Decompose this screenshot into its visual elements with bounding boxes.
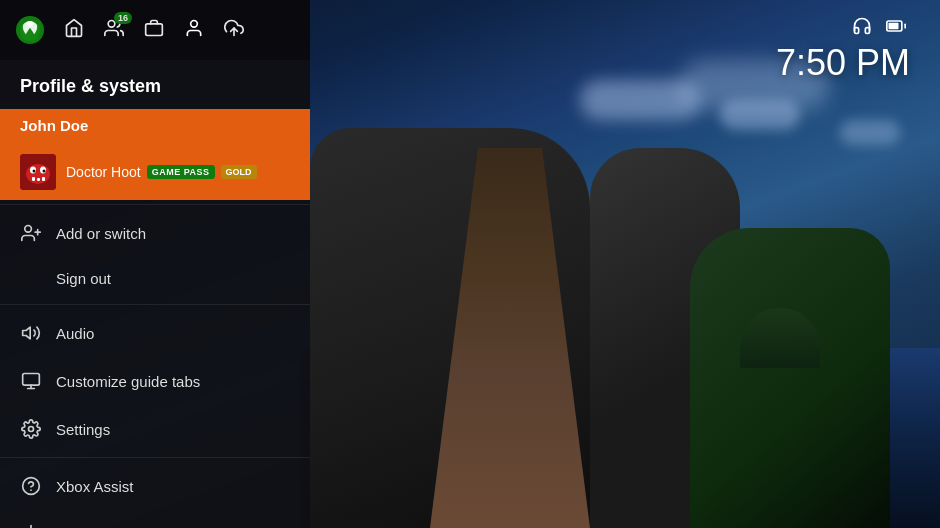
nav-share[interactable] — [224, 18, 244, 43]
add-switch-label: Add or switch — [56, 225, 146, 242]
svg-rect-16 — [42, 177, 45, 181]
top-nav: 16 — [0, 0, 310, 60]
customize-icon — [20, 370, 42, 392]
headset-icon — [852, 16, 872, 41]
status-icons — [852, 16, 910, 41]
clock-display: 7:50 PM — [776, 45, 910, 81]
settings-icon — [20, 418, 42, 440]
add-switch-icon — [20, 222, 42, 244]
panel-content: Profile & system John Doe — [0, 60, 310, 528]
svg-rect-5 — [146, 23, 163, 35]
selected-user-name: John Doe — [20, 117, 290, 134]
settings-label: Settings — [56, 421, 110, 438]
svg-point-12 — [33, 170, 36, 173]
xbox-logo-nav[interactable] — [16, 16, 44, 44]
svg-marker-20 — [23, 327, 31, 339]
nav-home[interactable] — [64, 18, 84, 43]
svg-rect-15 — [37, 178, 40, 181]
customize-label: Customize guide tabs — [56, 373, 200, 390]
rock-right — [690, 228, 890, 528]
svg-rect-21 — [23, 374, 40, 386]
svg-rect-14 — [32, 177, 35, 181]
menu-xbox-assist[interactable]: Xbox Assist — [0, 462, 310, 510]
svg-point-17 — [25, 226, 32, 233]
menu-audio[interactable]: Audio — [0, 309, 310, 357]
menu-sign-out[interactable]: Sign out — [0, 257, 310, 300]
section-title: Profile & system — [0, 60, 310, 109]
svg-point-13 — [43, 170, 46, 173]
divider-3 — [0, 457, 310, 458]
gold-badge: GOLD — [221, 165, 257, 179]
divider-2 — [0, 304, 310, 305]
svg-point-24 — [29, 427, 34, 432]
nav-social[interactable]: 16 — [104, 18, 124, 43]
nav-multiplayer[interactable] — [144, 18, 164, 43]
xbox-assist-label: Xbox Assist — [56, 478, 134, 495]
active-profile-info: Doctor Hoot GAME PASS GOLD — [66, 164, 257, 180]
gamepass-badge: GAME PASS — [147, 165, 215, 179]
cloud-4 — [840, 120, 900, 145]
divider-1 — [0, 204, 310, 205]
xbox-assist-icon — [20, 475, 42, 497]
menu-settings[interactable]: Settings — [0, 405, 310, 453]
clock-area: 7:50 PM — [776, 16, 910, 81]
audio-icon — [20, 322, 42, 344]
power-icon — [20, 523, 42, 528]
menu-add-switch[interactable]: Add or switch — [0, 209, 310, 257]
menu-customize[interactable]: Customize guide tabs — [0, 357, 310, 405]
active-profile-row[interactable]: Doctor Hoot GAME PASS GOLD — [0, 146, 310, 200]
sign-out-label: Sign out — [56, 270, 111, 287]
profile-gamertag: Doctor Hoot — [66, 164, 141, 180]
svg-rect-2 — [889, 23, 899, 30]
social-badge: 16 — [114, 12, 132, 24]
nav-profile[interactable] — [184, 18, 204, 43]
menu-power[interactable]: Power — [0, 510, 310, 528]
audio-label: Audio — [56, 325, 94, 342]
svg-point-6 — [191, 20, 198, 27]
battery-icon — [882, 16, 910, 41]
selected-user-row[interactable]: John Doe — [0, 109, 310, 146]
profile-avatar — [20, 154, 56, 190]
